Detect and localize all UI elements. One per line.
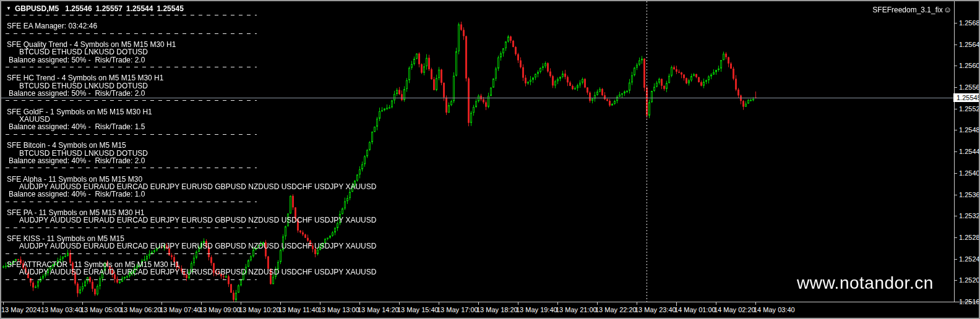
time-axis-tick [122, 302, 123, 305]
time-axis-label: 13 May 13:00 [318, 306, 359, 313]
price-axis-label: 1.25565 [959, 83, 980, 91]
price-axis-label: 1.25445 [959, 147, 980, 156]
dashed-line [6, 33, 257, 34]
dashed-line [6, 168, 257, 168]
price-axis-tick [955, 87, 957, 88]
time-axis-tick [359, 302, 360, 305]
time-axis-tick [82, 302, 83, 305]
time-axis-tick [241, 302, 241, 305]
price-axis-label: 1.25685 [959, 19, 980, 27]
ohlc-high: 1.25557 [96, 4, 123, 13]
price-axis-tick [955, 66, 957, 66]
watermark: www.notandor.cn [797, 273, 934, 293]
dashed-line [6, 279, 257, 280]
time-axis-label: 13 May 18:20 [476, 306, 518, 313]
time-axis-tick [478, 302, 479, 305]
panel-line-symbols: AUDJPY AUDUSD EURAUD EURCAD EURJPY EURUS… [6, 268, 376, 276]
time-axis-label: 13 May 10:20 [239, 306, 280, 313]
price-axis-label: 1.25605 [959, 61, 980, 70]
panel-line-title: SFE EA Manager: 03:42:46 [6, 22, 376, 30]
price-axis-tick [955, 216, 957, 216]
price-axis-label: 1.25525 [959, 104, 980, 113]
symbol-period-label: GBPUSD,M5 [15, 4, 59, 13]
price-axis-tick [955, 173, 957, 174]
price-axis[interactable]: 1.256851.256451.256051.255651.255251.254… [954, 1, 979, 302]
price-axis-label: 1.25485 [959, 125, 980, 134]
price-axis-label: 1.25405 [959, 169, 980, 177]
panel-separator [6, 100, 376, 108]
price-axis-tick [955, 280, 957, 281]
time-axis-tick [755, 302, 756, 305]
collapse-chart-icon[interactable]: ▼ [6, 6, 11, 11]
time-axis-tick [3, 302, 4, 305]
time-axis-label: 13 May 11:40 [278, 306, 319, 313]
ea-comment-panel: SFE EA Manager: 03:42:46SFE Quality Tren… [6, 12, 376, 287]
chart-header: ▼GBPUSD,M51.255461.255571.255441.25545 [6, 4, 187, 13]
time-axis-label: 13 May 05:00 [80, 306, 122, 313]
dashed-line [6, 202, 257, 202]
price-axis-tick [955, 151, 957, 152]
price-axis-tick [955, 23, 957, 23]
time-axis-tick [399, 302, 400, 305]
panel-line-balance: Balance assigned: 40% - Risk/Trade: 2.0 [6, 157, 376, 164]
dashed-line [6, 228, 257, 228]
price-axis-label: 1.25285 [959, 233, 980, 242]
chart-window: ▼GBPUSD,M51.255461.255571.255441.25545 S… [0, 0, 980, 319]
time-axis-label: 13 May 06:20 [120, 306, 161, 313]
ea-smiley-icon[interactable]: ☺ [943, 5, 952, 14]
price-axis-label: 1.25365 [959, 190, 980, 199]
panel-line-title: SFE GoldF - 1 Symbols on M5 M15 M30 H1 [6, 108, 376, 116]
time-axis[interactable]: 13 May 202413 May 03:4013 May 05:0013 Ma… [1, 302, 979, 318]
panel-line-symbols: AUDJPY AUDUSD EURAUD EURCAD EURJPY EURUS… [6, 216, 376, 224]
price-axis-tick [955, 237, 957, 238]
price-axis-label: 1.25245 [959, 255, 980, 263]
time-axis-tick [161, 302, 162, 305]
time-axis-tick [280, 302, 281, 305]
price-axis-tick [955, 259, 957, 260]
panel-line-symbols: BTCUSD ETHUSD LNKUSD DOTUSD [6, 48, 376, 56]
time-axis-label: 13 May 23:40 [635, 306, 676, 313]
price-axis-tick [955, 130, 957, 130]
time-axis-tick [716, 302, 716, 305]
time-axis-tick [43, 302, 43, 305]
time-axis-label: 13 May 15:40 [397, 306, 439, 313]
panel-line-balance: Balance assigned: 40% - Risk/Trade: 1.0 [6, 190, 376, 198]
current-price-box: 1.25545 [953, 93, 980, 102]
panel-line-balance: Balance assigned: 40% - Risk/Trade: 1.5 [6, 123, 376, 130]
time-axis-label: 13 May 09:00 [199, 306, 241, 313]
panel-separator [6, 279, 376, 287]
time-axis-label: 13 May 03:40 [41, 306, 82, 313]
panel-line-balance: Balance assigned: 50% - Risk/Trade: 2.0 [6, 56, 376, 64]
time-axis-tick [201, 302, 202, 305]
dashed-line [6, 100, 257, 101]
time-axis-label: 13 May 17:00 [437, 306, 478, 313]
panel-line-balance: Balance assigned: 50% - Risk/Trade: 2.0 [6, 90, 376, 97]
time-axis-label: 13 May 21:00 [556, 306, 597, 313]
price-axis-tick [955, 195, 957, 195]
panel-line-symbols: AUDJPY AUDUSD EURAUD EURCAD EURJPY EURUS… [6, 242, 376, 250]
panel-line-title: SFE HC Trend - 4 Symbols on M5 M15 M30 H… [6, 74, 376, 82]
time-axis-label: 13 May 14:20 [358, 306, 399, 313]
panel-line-symbols: BTCUSD ETHUSD LNKUSD DOTUSD [6, 150, 376, 157]
dashed-line [6, 67, 257, 67]
price-axis-label: 1.25325 [959, 211, 980, 220]
ea-name-label: SFEFreedom_3.1_fix [872, 6, 942, 14]
time-axis-label: 13 May 2024 [1, 306, 41, 313]
ea-name-badge: SFEFreedom_3.1_fix☺ [872, 5, 952, 14]
time-axis-label: 14 May 01:00 [674, 306, 716, 313]
price-axis-label: 1.25205 [959, 276, 980, 284]
time-axis-tick [518, 302, 518, 305]
time-axis-label: 13 May 07:40 [160, 306, 201, 313]
price-axis-tick [955, 109, 957, 109]
time-axis-tick [637, 302, 637, 305]
dashed-line [6, 253, 257, 254]
ohlc-low: 1.25544 [126, 4, 153, 13]
time-axis-label: 14 May 03:40 [754, 306, 795, 313]
panel-line-title: SFE Bitcoin - 4 Symbols on M5 M15 [6, 142, 376, 149]
time-axis-label: 13 May 19:40 [516, 306, 557, 313]
ohlc-close: 1.25545 [157, 4, 183, 13]
price-axis-tick [955, 45, 957, 45]
dashed-line [6, 134, 257, 135]
time-axis-tick [320, 302, 320, 305]
time-axis-label: 14 May 02:20 [714, 306, 755, 313]
